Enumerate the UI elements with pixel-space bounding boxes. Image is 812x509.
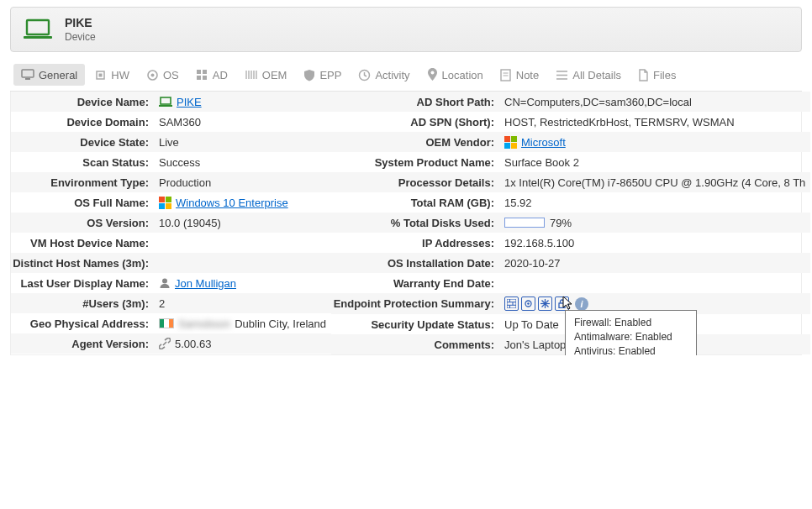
- svg-rect-8: [197, 70, 201, 74]
- link-icon: [159, 338, 171, 349]
- oem-vendor-link[interactable]: Microsoft: [521, 136, 566, 149]
- value-agent-version: 5.00.63: [175, 338, 211, 350]
- svg-rect-25: [161, 97, 171, 104]
- row-os-full-name: OS Full Name: Windows 10 Enterprise: [11, 192, 331, 213]
- value-vm-host: [154, 239, 331, 246]
- label-warranty-end: Warranty End Date:: [331, 274, 499, 293]
- epp-icons: i: [504, 296, 588, 311]
- row-scan-status: Scan Status: Success: [11, 152, 331, 172]
- value-total-ram: 15.92: [499, 193, 810, 213]
- label-os-version: OS Version:: [11, 213, 154, 233]
- label-total-ram: Total RAM (GB):: [331, 193, 499, 213]
- os-full-name-link[interactable]: Windows 10 Enterprise: [176, 197, 288, 209]
- value-device-domain: SAM360: [154, 113, 331, 132]
- tab-label: All Details: [572, 69, 621, 81]
- label-ad-spn: AD SPN (Short):: [331, 113, 499, 132]
- pin-icon: [427, 68, 438, 81]
- page-header: PIKE Device: [10, 7, 802, 52]
- svg-rect-5: [99, 73, 103, 76]
- row-warranty-end: Warranty End Date:: [331, 273, 810, 293]
- row-last-user: Last User Display Name: Jon Mulligan: [11, 273, 331, 293]
- row-ip-addresses: IP Addresses: 192.168.5.100: [331, 233, 810, 253]
- svg-rect-26: [159, 105, 172, 107]
- label-ad-short-path: AD Short Path:: [331, 92, 499, 112]
- shield-icon: [303, 69, 315, 81]
- label-epp-summary: Endpoint Protection Summary:: [331, 294, 499, 313]
- label-device-name: Device Name:: [11, 92, 154, 112]
- tab-all-details[interactable]: All Details: [548, 64, 629, 86]
- value-os-version: 10.0 (19045): [154, 213, 331, 233]
- tab-activity[interactable]: Activity: [351, 64, 417, 86]
- page-title: PIKE: [65, 16, 96, 29]
- tooltip-line-antimalware: Antimalware: Enabled: [574, 330, 688, 344]
- tab-label: Activity: [375, 69, 409, 81]
- bitlocker-icon[interactable]: [555, 296, 569, 311]
- tab-label: Note: [516, 69, 539, 81]
- label-processor: Processor Details:: [331, 173, 499, 192]
- device-name-link[interactable]: PIKE: [177, 96, 202, 108]
- grid-icon: [196, 69, 208, 81]
- tab-label: OS: [163, 69, 179, 81]
- person-icon: [159, 277, 171, 289]
- tab-os[interactable]: OS: [139, 64, 187, 86]
- tab-label: OEM: [262, 69, 287, 81]
- value-users-3m: 2: [154, 294, 331, 313]
- row-agent-version: Agent Version: 5.00.63: [11, 333, 331, 354]
- value-ip-addresses: 192.168.5.100: [499, 234, 810, 253]
- value-ad-spn: HOST, RestrictedKrbHost, TERMSRV, WSMAN: [499, 113, 810, 132]
- value-scan-status: Success: [154, 153, 331, 172]
- value-sys-product: Surface Book 2: [499, 153, 810, 172]
- svg-rect-3: [25, 78, 30, 80]
- microsoft-logo-icon: [504, 136, 517, 149]
- laptop-icon: [23, 18, 53, 40]
- tab-label: EPP: [319, 69, 341, 81]
- svg-rect-0: [27, 20, 49, 34]
- last-user-link[interactable]: Jon Mulligan: [175, 277, 236, 290]
- firewall-icon[interactable]: [504, 296, 519, 311]
- os-icon: [146, 69, 159, 81]
- value-processor: 1x Intel(R) Core(TM) i7-8650U CPU @ 1.90…: [499, 173, 810, 192]
- chip-icon: [94, 69, 107, 81]
- label-sys-product: System Product Name:: [331, 153, 499, 172]
- file-icon: [638, 69, 649, 81]
- label-oem-vendor: OEM Vendor:: [331, 133, 499, 152]
- row-os-install-date: OS Installation Date: 2020-10-27: [331, 253, 810, 273]
- tab-files[interactable]: Files: [630, 64, 683, 86]
- antivirus-icon[interactable]: [538, 296, 552, 311]
- value-warranty-end: [499, 280, 810, 286]
- tab-label: HW: [111, 69, 129, 81]
- row-ad-spn: AD SPN (Short): HOST, RestrictedKrbHost,…: [331, 112, 810, 132]
- tab-label: AD: [213, 69, 228, 81]
- value-disks-used: 79%: [550, 217, 572, 229]
- label-users-3m: #Users (3m):: [11, 294, 154, 313]
- tab-label: Location: [442, 69, 483, 81]
- tab-epp[interactable]: EPP: [296, 64, 349, 86]
- value-device-state: Live: [154, 133, 331, 152]
- row-os-version: OS Version: 10.0 (19045): [11, 213, 331, 233]
- svg-rect-9: [203, 70, 207, 74]
- tab-hw[interactable]: HW: [87, 64, 137, 86]
- value-os-install-date: 2020-10-27: [499, 254, 810, 273]
- svg-point-18: [430, 71, 434, 75]
- ireland-flag-icon: [159, 318, 174, 328]
- label-disks-used: % Total Disks Used:: [331, 213, 499, 233]
- note-icon: [500, 69, 512, 81]
- svg-rect-10: [197, 76, 201, 80]
- info-icon[interactable]: i: [575, 297, 588, 311]
- tab-general[interactable]: General: [13, 64, 85, 86]
- row-geo-address: Geo Physical Address: Samobson Dublin Ci…: [11, 313, 331, 333]
- tab-ad[interactable]: AD: [188, 64, 235, 86]
- list-icon: [556, 70, 568, 81]
- svg-rect-40: [559, 303, 565, 308]
- row-vm-host: VM Host Device Name:: [11, 233, 331, 253]
- tooltip-line-antivirus: Antivirus: Enabled: [574, 344, 688, 355]
- row-oem-vendor: OEM Vendor: Microsoft: [331, 132, 810, 152]
- svg-rect-2: [22, 70, 34, 77]
- tab-location[interactable]: Location: [419, 64, 491, 86]
- antimalware-icon[interactable]: [521, 296, 535, 311]
- label-comments: Comments:: [331, 335, 499, 354]
- barcode-icon: [245, 69, 258, 81]
- svg-point-7: [150, 73, 154, 76]
- tab-oem[interactable]: OEM: [237, 64, 295, 86]
- tab-note[interactable]: Note: [493, 64, 546, 86]
